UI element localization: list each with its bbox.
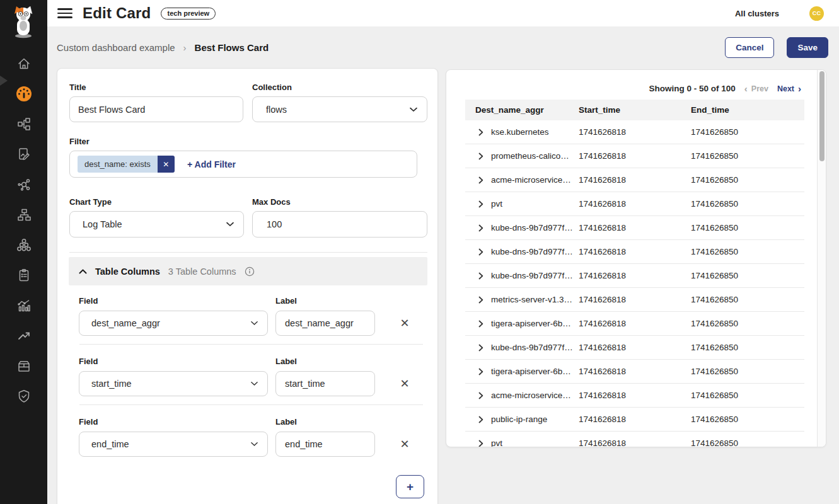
column-field-select-2[interactable]: start_time xyxy=(79,371,268,396)
trend-arrow-icon[interactable] xyxy=(0,325,47,346)
table-row[interactable]: kube-dns-9b7d977f… 1741626818 1741626850 xyxy=(465,336,804,360)
expand-row-chevron-icon[interactable] xyxy=(478,152,483,160)
table-columns-title: Table Columns xyxy=(95,266,160,277)
dashboards-gauge-icon[interactable] xyxy=(0,83,47,105)
expand-row-chevron-icon[interactable] xyxy=(478,200,483,208)
page-title: Edit Card xyxy=(83,4,151,22)
label-label: Label xyxy=(275,357,297,366)
table-row[interactable]: kube-dns-9b7d977f… 1741626818 1741626850 xyxy=(465,240,804,264)
breadcrumb-separator-icon: › xyxy=(183,42,187,53)
table-row[interactable]: kse.kubernetes 1741626818 1741626850 xyxy=(465,120,804,144)
max-docs-input[interactable]: 100 xyxy=(252,211,427,238)
table-row[interactable]: pvt 1741626818 1741626850 xyxy=(465,432,804,447)
expand-row-chevron-icon[interactable] xyxy=(478,416,483,423)
dest-name-cell: public-ip-range xyxy=(491,415,547,424)
column-field-select-3[interactable]: end_time xyxy=(79,432,268,457)
table-row[interactable]: acme-microservice… 1741626818 1741626850 xyxy=(465,384,804,408)
start-time-cell: 1741626818 xyxy=(579,367,691,376)
column-field-select-1[interactable]: dest_name_aggr xyxy=(79,311,268,336)
preview-table: Dest_name_aggr Start_time End_time kse.k… xyxy=(465,100,804,447)
topology-icon[interactable] xyxy=(0,204,47,226)
expand-row-chevron-icon[interactable] xyxy=(478,392,483,399)
menu-toggle-icon[interactable] xyxy=(57,8,72,18)
scrollbar-thumb[interactable] xyxy=(819,71,825,161)
cluster-selector[interactable]: All clusters xyxy=(735,9,779,18)
breadcrumb-parent[interactable]: Custom dashboard example xyxy=(57,42,175,53)
service-graph-icon[interactable] xyxy=(0,174,47,195)
package-box-icon[interactable] xyxy=(0,355,47,377)
table-columns-header[interactable]: Table Columns 3 Table Columns xyxy=(69,257,427,285)
field-label: Field xyxy=(79,357,98,366)
table-row[interactable]: tigera-apiserver-6b… 1741626818 17416268… xyxy=(465,312,804,336)
table-row[interactable]: prometheus-calico… 1741626818 1741626850 xyxy=(465,144,804,168)
preview-panel: Showing 0 - 50 of 100 ‹ Prev Next › Dest… xyxy=(446,69,826,447)
expand-row-chevron-icon[interactable] xyxy=(478,176,483,184)
add-column-button[interactable]: + xyxy=(396,475,424,498)
expand-row-chevron-icon[interactable] xyxy=(478,344,483,352)
home-icon[interactable] xyxy=(0,53,47,74)
expand-row-chevron-icon[interactable] xyxy=(478,248,483,256)
field-label: Field xyxy=(79,296,98,306)
column-label-input-3[interactable]: end_time xyxy=(275,432,375,457)
end-time-cell: 1741626850 xyxy=(691,199,804,209)
table-row[interactable]: tigera-apiserver-6b… 1741626818 17416268… xyxy=(465,360,804,384)
tech-preview-badge: tech preview xyxy=(161,8,216,20)
compliance-clipboard-icon[interactable] xyxy=(0,265,47,286)
column-label-input-1[interactable]: dest_name_aggr xyxy=(275,311,375,336)
shield-check-icon[interactable] xyxy=(0,386,47,407)
chart-type-select[interactable]: Log Table xyxy=(69,211,244,238)
start-time-cell: 1741626818 xyxy=(579,343,691,352)
expand-row-chevron-icon[interactable] xyxy=(478,224,483,232)
start-time-cell: 1741626818 xyxy=(579,438,691,447)
sidebar xyxy=(0,0,47,504)
column-label-input-2[interactable]: start_time xyxy=(275,371,375,396)
expand-row-chevron-icon[interactable] xyxy=(478,320,483,328)
remove-column-icon-1[interactable]: ✕ xyxy=(398,316,412,330)
table-row[interactable]: kube-dns-9b7d977f… 1741626818 1741626850 xyxy=(465,216,804,240)
cancel-button[interactable]: Cancel xyxy=(725,37,774,58)
app-window: Edit Card tech preview All clusters CC C… xyxy=(0,0,839,504)
remove-column-icon-3[interactable]: ✕ xyxy=(398,437,412,451)
chart-type-field-label: Chart Type xyxy=(69,197,112,207)
document-edit-icon[interactable] xyxy=(0,144,47,165)
dest-name-cell: kube-dns-9b7d977f… xyxy=(491,271,573,280)
dest-name-cell: kse.kubernetes xyxy=(491,127,549,137)
save-button[interactable]: Save xyxy=(787,37,828,58)
title-input[interactable]: Best Flows Card xyxy=(69,96,243,122)
end-time-cell: 1741626850 xyxy=(691,223,804,232)
expand-row-chevron-icon[interactable] xyxy=(478,129,483,136)
cluster-nodes-icon[interactable] xyxy=(0,234,47,256)
expand-row-chevron-icon[interactable] xyxy=(478,368,483,375)
info-icon[interactable] xyxy=(245,266,255,277)
table-row[interactable]: public-ip-range 1741626818 1741626850 xyxy=(465,408,804,432)
field-label: Field xyxy=(79,417,98,427)
filter-input[interactable]: dest_name: exists ✕ + Add Filter xyxy=(69,151,417,178)
remove-column-icon-2[interactable]: ✕ xyxy=(398,377,412,391)
table-row[interactable]: metrics-server-v1.3… 1741626818 17416268… xyxy=(465,288,804,312)
add-filter-link[interactable]: + Add Filter xyxy=(187,159,236,169)
table-row[interactable]: pvt 1741626818 1741626850 xyxy=(465,192,804,216)
user-avatar[interactable]: CC xyxy=(809,6,824,21)
logs-chart-icon[interactable] xyxy=(0,295,47,316)
calico-cat-logo-icon[interactable] xyxy=(11,5,36,39)
expand-row-chevron-icon[interactable] xyxy=(478,296,483,304)
filter-chip-remove-icon[interactable]: ✕ xyxy=(158,156,175,173)
table-row[interactable]: kube-dns-9b7d977f… 1741626818 1741626850 xyxy=(465,264,804,288)
prev-page-button[interactable]: ‹ Prev xyxy=(744,84,768,93)
filter-chip-label: dest_name: exists xyxy=(78,156,158,173)
column-header: Dest_name_aggr xyxy=(475,105,579,115)
start-time-cell: 1741626818 xyxy=(579,319,691,328)
end-time-cell: 1741626850 xyxy=(691,151,804,161)
next-page-button[interactable]: Next › xyxy=(777,84,801,93)
expand-row-chevron-icon[interactable] xyxy=(478,272,483,280)
network-graph-icon[interactable] xyxy=(0,113,47,135)
collection-select[interactable]: flows xyxy=(252,96,427,122)
end-time-cell: 1741626850 xyxy=(691,367,804,376)
dest-name-cell: metrics-server-v1.3… xyxy=(491,295,572,304)
dest-name-cell: acme-microservice… xyxy=(491,391,571,400)
end-time-cell: 1741626850 xyxy=(691,127,804,137)
label-label: Label xyxy=(275,296,297,306)
table-row[interactable]: acme-microservice… 1741626818 1741626850 xyxy=(465,168,804,192)
expand-row-chevron-icon[interactable] xyxy=(478,440,483,447)
column-header: End_time xyxy=(691,105,804,115)
